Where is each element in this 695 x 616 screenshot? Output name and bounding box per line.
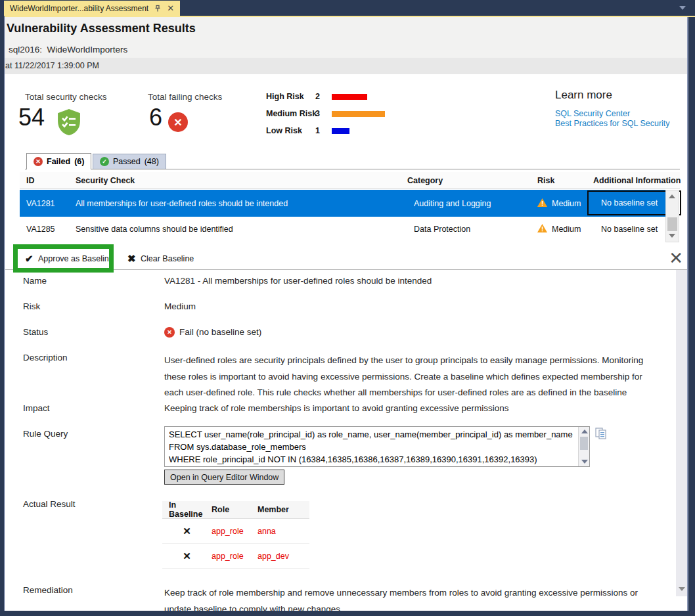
row1-risk: Medium <box>552 199 581 208</box>
link-sql-security-center[interactable]: SQL Security Center <box>555 109 630 118</box>
close-details-icon[interactable]: ✕ <box>669 248 683 269</box>
scrollbar-thumb[interactable] <box>580 437 588 450</box>
ar-role: app_role <box>212 552 258 561</box>
description-label: Description <box>23 353 68 363</box>
high-risk-label: High Risk <box>266 92 304 101</box>
high-risk-value: 2 <box>315 92 320 101</box>
risk-label: Risk <box>23 301 40 311</box>
ar-col-member: Member <box>258 505 309 514</box>
failing-checks-label: Total failing checks <box>148 92 222 102</box>
scroll-down-icon[interactable] <box>669 234 675 238</box>
row1-category: Auditing and Logging <box>414 199 491 208</box>
scroll-up-icon[interactable] <box>581 429 588 433</box>
failed-circle-icon: ✕ <box>34 157 43 166</box>
col-risk[interactable]: Risk <box>537 176 554 185</box>
window-border <box>0 611 695 616</box>
impact-label: Impact <box>23 403 50 413</box>
tab-close-icon[interactable]: ✕ <box>167 3 174 13</box>
remediation-label: Remediation <box>23 585 73 595</box>
low-risk-bar <box>332 128 349 134</box>
results-grid-header: ID Security Check Category Risk Addition… <box>20 172 680 189</box>
scan-timestamp: at 11/22/2017 1:39:00 PM <box>5 61 99 70</box>
tabs-underline <box>25 169 680 169</box>
scroll-down-icon[interactable] <box>581 460 588 464</box>
medium-risk-label: Medium Risk <box>266 109 317 118</box>
ar-col-in-baseline: In Baseline <box>162 500 212 519</box>
name-value: VA1281 - All memberships for user-define… <box>164 276 432 286</box>
low-risk-value: 1 <box>315 126 320 135</box>
page-title: Vulnerability Assessment Results <box>7 22 196 35</box>
status-value: Fail (no baseline set) <box>179 327 261 337</box>
row2-id: VA1285 <box>26 225 55 234</box>
row2-check: Sensitive data columns should be identif… <box>76 225 233 234</box>
tab-passed-label: Passed <box>113 157 141 166</box>
total-checks-value: 54 <box>18 104 45 131</box>
col-additional-info[interactable]: Additional Information <box>593 176 681 185</box>
col-security-check[interactable]: Security Check <box>76 176 135 185</box>
ar-role: app_role <box>212 527 258 536</box>
scroll-up-icon[interactable] <box>669 194 675 198</box>
status-fail-icon: ✕ <box>164 327 175 338</box>
clear-baseline-button[interactable]: Clear Baseline <box>141 254 194 263</box>
row2-risk: Medium <box>552 225 581 234</box>
warning-icon <box>537 198 547 209</box>
name-label: Name <box>23 276 47 286</box>
passed-circle-icon: ✓ <box>100 157 109 166</box>
copy-icon[interactable] <box>595 428 607 442</box>
row1-check: All memberships for user-defined roles s… <box>76 199 288 208</box>
row2-additional-info: No baseline set <box>601 225 658 234</box>
rule-query-scrollbar[interactable] <box>578 427 589 466</box>
row2-category: Data Protection <box>414 225 470 234</box>
rule-query-line1: SELECT user_name(role_principal_id) as r… <box>169 428 573 441</box>
annotation-highlight-box <box>13 244 114 273</box>
database-name: WideWorldImporters <box>47 45 128 55</box>
fail-circle-icon: ✕ <box>168 112 188 132</box>
rule-query-line3: WHERE role_principal_id NOT IN (16384,16… <box>169 453 573 466</box>
tab-failed-count: (6) <box>74 157 84 166</box>
clear-x-icon: ✖ <box>127 253 136 265</box>
actual-result-row: ✕ app_role app_dev <box>162 544 309 569</box>
col-category[interactable]: Category <box>407 176 443 185</box>
not-in-baseline-icon: ✕ <box>162 525 212 537</box>
table-row-va1281-selected[interactable]: VA1281 All memberships for user-defined … <box>20 190 666 217</box>
impact-value: Keeping track of role memberships is imp… <box>164 403 509 413</box>
table-row-va1285[interactable]: VA1285 Sensitive data columns should be … <box>20 217 666 242</box>
shield-checklist-icon <box>56 109 81 138</box>
ar-member: anna <box>258 527 309 536</box>
tab-passed[interactable]: ✓ Passed (48) <box>93 154 166 169</box>
rule-query-line2: FROM sys.database_role_members <box>169 441 573 453</box>
tab-failed-label: Failed <box>47 157 70 166</box>
scrollbar-thumb[interactable] <box>667 217 677 231</box>
actual-result-label: Actual Result <box>23 499 76 509</box>
actual-result-row: ✕ app_role anna <box>162 519 309 544</box>
tab-failed[interactable]: ✕ Failed (6) <box>26 153 91 169</box>
document-tab-title: WideWorldImporter...ability Assessment <box>10 4 148 13</box>
row1-id: VA1281 <box>26 199 55 208</box>
details-scrollbar[interactable] <box>676 270 687 596</box>
learn-more-title: Learn more <box>555 89 612 102</box>
vulnerability-assessment-window: WideWorldImporter...ability Assessment ✕… <box>0 0 695 616</box>
not-in-baseline-icon: ✕ <box>162 550 212 562</box>
window-border <box>0 16 5 616</box>
pin-icon[interactable] <box>154 5 162 12</box>
failing-checks-value: 6 <box>149 104 162 131</box>
document-tab[interactable]: WideWorldImporter...ability Assessment ✕ <box>4 1 180 16</box>
ar-col-role: Role <box>212 505 258 514</box>
link-best-practices[interactable]: Best Practices for SQL Security <box>555 119 670 128</box>
medium-risk-bar <box>332 111 385 117</box>
results-scrollbar[interactable] <box>665 190 679 242</box>
risk-value: Medium <box>164 301 196 311</box>
warning-icon <box>537 223 547 235</box>
col-id[interactable]: ID <box>26 176 35 185</box>
server-database-line: sql2016: WideWorldImporters <box>9 45 127 55</box>
status-label: Status <box>23 327 48 337</box>
total-checks-label: Total security checks <box>25 92 107 102</box>
rule-query-textbox[interactable]: SELECT user_name(role_principal_id) as r… <box>164 426 590 467</box>
scroll-down-icon[interactable] <box>679 587 685 591</box>
open-query-editor-button[interactable]: Open in Query Editor Window <box>164 470 284 485</box>
server-name: sql2016: <box>9 45 42 55</box>
tab-list-chevron-icon[interactable] <box>679 6 686 10</box>
ar-member: app_dev <box>258 552 309 561</box>
actual-result-table: In Baseline Role Member ✕ app_role anna … <box>162 501 309 569</box>
low-risk-label: Low Risk <box>266 126 302 135</box>
